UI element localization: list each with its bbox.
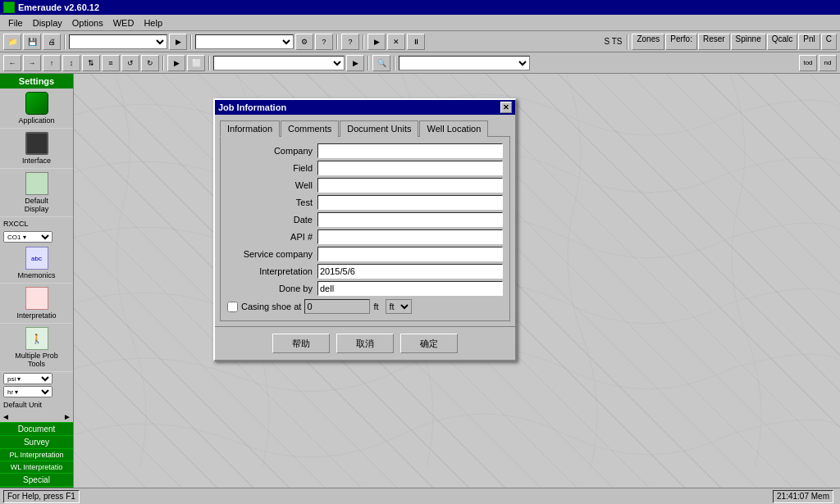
tb-play[interactable]: ▶ xyxy=(368,34,386,50)
tb-save[interactable]: 💾 xyxy=(23,34,41,50)
casing-unit-select[interactable]: ft m xyxy=(386,299,412,314)
nd-btn[interactable]: nd xyxy=(819,55,837,71)
pnl-btn[interactable]: Pnl xyxy=(798,34,819,50)
help-button[interactable]: 帮助 xyxy=(272,334,330,353)
casing-shoe-checkbox[interactable] xyxy=(227,302,238,312)
sep7 xyxy=(208,56,210,70)
ok-button[interactable]: 确定 xyxy=(400,334,458,353)
casing-shoe-input[interactable] xyxy=(304,299,370,314)
unit-select-1[interactable]: psi ▾ xyxy=(3,373,52,384)
tab-comments[interactable]: Comments xyxy=(281,120,339,137)
tab-bar: Information Comments Document Units Well… xyxy=(220,120,510,136)
combo2[interactable] xyxy=(195,34,294,49)
perfo-btn[interactable]: Perfo: xyxy=(665,34,697,50)
green-btn-special[interactable]: Special xyxy=(0,473,73,486)
tb2-7[interactable]: ↺ xyxy=(121,55,139,71)
default-unit-label: Default Unit xyxy=(3,401,42,409)
tab-document-units[interactable]: Document Units xyxy=(340,120,418,137)
green-btn-document[interactable]: Document xyxy=(0,422,73,435)
combo1[interactable] xyxy=(69,34,167,49)
app-title: Emeraude v2.60.12 xyxy=(18,2,99,12)
done-by-input[interactable] xyxy=(317,281,503,296)
tb2-11[interactable]: ▶ xyxy=(346,55,364,71)
menu-wed[interactable]: WED xyxy=(108,16,139,30)
sidebar: Settings Application Interface DefaultDi… xyxy=(0,74,74,488)
sidebar-item-display[interactable]: DefaultDisplay xyxy=(0,169,73,217)
combo4[interactable] xyxy=(399,56,530,70)
combo3[interactable] xyxy=(213,56,345,70)
application-icon xyxy=(25,92,48,115)
sep6 xyxy=(162,56,164,70)
service-company-input[interactable] xyxy=(317,247,503,261)
dialog-close-button[interactable]: ✕ xyxy=(500,102,512,113)
date-input[interactable] xyxy=(317,212,503,227)
scroll-left-btn[interactable]: ◄ xyxy=(2,412,10,421)
sidebar-item-multiple[interactable]: 🚶 Multiple ProbTools xyxy=(0,324,73,372)
cancel-button[interactable]: 取消 xyxy=(336,334,394,353)
dialog-body: Information Comments Document Units Well… xyxy=(215,115,515,326)
menu-options[interactable]: Options xyxy=(67,16,108,30)
sidebar-item-application[interactable]: Application xyxy=(0,89,73,129)
tb-icon2[interactable]: ? xyxy=(315,34,333,50)
reser-btn[interactable]: Reser xyxy=(698,34,730,50)
tb-arrow[interactable]: ▶ xyxy=(169,34,187,50)
tab-well-location[interactable]: Well Location xyxy=(419,120,488,137)
scroll-right-btn[interactable]: ► xyxy=(63,412,71,421)
tb2-2[interactable]: → xyxy=(23,55,41,71)
qcalc-btn[interactable]: Qcalc xyxy=(767,34,798,50)
menu-display[interactable]: Display xyxy=(28,16,67,30)
tb2-1[interactable]: ← xyxy=(3,55,21,71)
field-input[interactable] xyxy=(317,161,503,175)
tab-information[interactable]: Information xyxy=(220,120,280,137)
date-label: Date xyxy=(227,215,317,225)
status-bar: For Help, press F1 21:41:07 Mem xyxy=(0,488,840,504)
tb-pause[interactable]: ⏸ xyxy=(407,34,425,50)
sidebar-scroll-arrows: ◄ ► xyxy=(0,411,73,422)
sidebar-item-mnemonics[interactable]: abc Mnemonics xyxy=(0,243,73,284)
tb2-4[interactable]: ↕ xyxy=(62,55,80,71)
tb2-12[interactable]: 🔍 xyxy=(372,55,390,71)
form-row-well: Well xyxy=(227,178,503,193)
tod-btn[interactable]: tod xyxy=(799,55,817,71)
sidebar-default-unit[interactable]: Default Unit xyxy=(0,398,73,411)
test-input[interactable] xyxy=(317,195,503,210)
status-time: 21:41:07 Mem xyxy=(773,490,833,503)
tb-icon3[interactable]: ? xyxy=(341,34,359,50)
settings-header: Settings xyxy=(0,74,73,89)
tb-icon1[interactable]: ⚙ xyxy=(295,34,313,50)
sidebar-item-interpretation[interactable]: Interpretatio xyxy=(0,284,73,324)
tb-open[interactable]: 📁 xyxy=(3,34,21,50)
green-btn-pl[interactable]: PL Interpretation xyxy=(0,448,73,461)
field-label: Field xyxy=(227,163,317,173)
tb-stop[interactable]: ✕ xyxy=(387,34,405,50)
rxccl-combo[interactable]: CO1 ▾ xyxy=(3,231,52,243)
company-label: Company xyxy=(227,146,317,156)
company-input[interactable] xyxy=(317,143,503,158)
sep2 xyxy=(190,34,192,49)
menu-file[interactable]: File xyxy=(3,16,28,30)
sep9 xyxy=(394,56,395,70)
green-btn-wl[interactable]: WL Interpretatio xyxy=(0,461,73,473)
zones-btn[interactable]: Zones xyxy=(632,34,664,50)
dialog-title-bar: Job Information ✕ xyxy=(215,100,515,115)
tb2-8[interactable]: ↻ xyxy=(141,55,159,71)
tb2-3[interactable]: ↑ xyxy=(43,55,61,71)
unit-select-2[interactable]: hr ▾ xyxy=(3,386,52,397)
tb-print[interactable]: 🖨 xyxy=(43,34,61,50)
tb2-9[interactable]: ▶ xyxy=(167,55,185,71)
sidebar-item-interface[interactable]: Interface xyxy=(0,129,73,169)
sep8 xyxy=(368,56,369,70)
spinne-btn[interactable]: Spinne xyxy=(731,34,766,50)
app-icon xyxy=(3,2,15,13)
tb2-6[interactable]: ≡ xyxy=(102,55,120,71)
sep1 xyxy=(64,34,66,49)
c-btn[interactable]: C xyxy=(821,34,837,50)
dialog-overlay: Job Information ✕ Information Comments D… xyxy=(74,74,840,488)
tb2-10[interactable]: ⬜ xyxy=(187,55,205,71)
menu-help[interactable]: Help xyxy=(139,16,167,30)
api-input[interactable] xyxy=(317,229,503,244)
well-input[interactable] xyxy=(317,178,503,193)
interpretation-input[interactable] xyxy=(317,264,503,279)
green-btn-survey[interactable]: Survey xyxy=(0,435,73,448)
tb2-5[interactable]: ⇅ xyxy=(82,55,100,71)
